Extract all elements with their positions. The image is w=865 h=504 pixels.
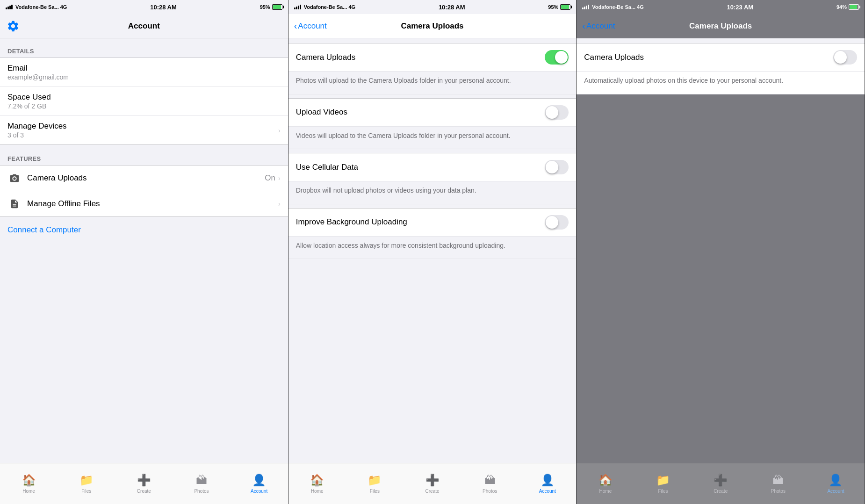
camera-uploads-off-toggle-knob [834, 51, 847, 64]
tab-create-2[interactable]: ➕ Create [404, 463, 461, 504]
network-1: 4G [60, 4, 67, 10]
status-left-3: Vodafone-Be Sa... 4G [582, 4, 643, 10]
email-title: Email [7, 64, 281, 73]
signal-bar-3-4 [588, 5, 589, 9]
upload-videos-label: Upload Videos [296, 108, 545, 117]
tab-bar-1: 🏠 Home 📁 Files ➕ Create 🏔 Photos 👤 Accou… [0, 463, 288, 504]
camera-uploads-on-content: Camera Uploads Photos will upload to the… [288, 43, 577, 463]
files-icon-1: 📁 [79, 474, 94, 487]
nav-title-3: Camera Uploads [689, 22, 752, 31]
tab-account-2[interactable]: 👤 Account [519, 463, 576, 504]
back-to-account-2[interactable]: ‹ Account [294, 21, 327, 31]
background-uploading-toggle[interactable] [545, 215, 569, 230]
email-content: Email example@gmail.com [7, 64, 281, 81]
top-spacer-3 [577, 38, 865, 43]
tab-home-1[interactable]: 🏠 Home [0, 463, 58, 504]
offline-icon-container [7, 197, 22, 211]
photos-icon-1: 🏔 [196, 474, 207, 487]
camera-uploads-on-panel: Vodafone-Be Sa... 4G 10:28 AM 95% ‹ Acco… [288, 0, 577, 504]
back-label-3: Account [586, 22, 615, 31]
cellular-data-toggle[interactable] [545, 160, 569, 174]
offline-files-icon [9, 199, 20, 209]
nav-title-1: Account [128, 22, 160, 31]
home-icon-3: 🏠 [598, 474, 613, 487]
camera-uploads-value: On [265, 173, 275, 183]
battery-pct-2: 95% [548, 4, 558, 10]
gear-icon[interactable] [7, 20, 20, 33]
tab-files-2[interactable]: 📁 Files [346, 463, 404, 504]
tab-photos-label-1: Photos [194, 489, 209, 494]
space-used-item: Space Used 7.2% of 2 GB [0, 87, 288, 116]
account-content: Details Email example@gmail.com Space Us… [0, 38, 288, 463]
connect-computer-link[interactable]: Connect a Computer [0, 218, 288, 242]
create-icon-3: ➕ [714, 474, 728, 487]
camera-uploads-off-label: Camera Uploads [584, 53, 833, 62]
tab-files-1[interactable]: 📁 Files [58, 463, 115, 504]
battery-fill-3 [850, 5, 857, 9]
tab-photos-3[interactable]: 🏔 Photos [750, 463, 807, 504]
tab-account-1[interactable]: 👤 Account [231, 463, 288, 504]
signal-bar-4 [11, 5, 13, 9]
upload-videos-toggle-knob [546, 106, 558, 119]
battery-fill-1 [273, 5, 281, 9]
camera-icon [9, 173, 20, 183]
tab-create-3[interactable]: ➕ Create [692, 463, 750, 504]
home-icon-1: 🏠 [22, 474, 36, 487]
tab-photos-label-2: Photos [483, 489, 497, 494]
top-spacer-2 [288, 38, 577, 43]
background-uploading-toggle-knob [546, 216, 558, 229]
upload-videos-toggle[interactable] [545, 105, 569, 120]
camera-uploads-off-toggle-row: Camera Uploads [577, 43, 865, 72]
email-subtitle: example@gmail.com [7, 73, 281, 81]
tab-create-1[interactable]: ➕ Create [115, 463, 173, 504]
tab-files-3[interactable]: 📁 Files [634, 463, 692, 504]
carrier-1: Vodafone-Be Sa... [15, 4, 59, 10]
background-uploading-toggle-row: Improve Background Uploading [288, 208, 577, 237]
space-used-title: Space Used [7, 93, 281, 102]
manage-devices-content: Manage Devices 3 of 3 [7, 122, 278, 139]
background-uploading-desc: Allow location access always for more co… [288, 237, 577, 259]
camera-uploads-off-content: Camera Uploads Automatically upload phot… [577, 43, 865, 463]
battery-pct-1: 95% [260, 4, 270, 10]
signal-bar-2-2 [296, 7, 297, 9]
dark-area-3 [577, 94, 865, 235]
tab-create-label-3: Create [714, 489, 728, 494]
signal-bars-3 [582, 5, 589, 9]
carrier-2: Vodafone-Be Sa... [304, 4, 347, 10]
tab-home-3[interactable]: 🏠 Home [577, 463, 634, 504]
camera-uploads-off-panel: Vodafone-Be Sa... 4G 10:23 AM 94% ‹ Acco… [577, 0, 865, 504]
tab-photos-1[interactable]: 🏔 Photos [173, 463, 230, 504]
camera-uploads-content: Camera Uploads [27, 173, 265, 183]
space-used-content: Space Used 7.2% of 2 GB [7, 93, 281, 110]
back-chevron-2: ‹ [294, 21, 297, 31]
tab-photos-2[interactable]: 🏔 Photos [461, 463, 519, 504]
tab-home-2[interactable]: 🏠 Home [288, 463, 346, 504]
camera-uploads-toggle-row: Camera Uploads [288, 43, 577, 72]
manage-offline-item[interactable]: Manage Offline Files › [0, 191, 288, 216]
tab-account-3[interactable]: 👤 Account [807, 463, 865, 504]
manage-offline-title: Manage Offline Files [27, 199, 278, 209]
battery-icon-1 [272, 4, 282, 10]
tab-create-label-1: Create [137, 489, 151, 494]
email-item: Email example@gmail.com [0, 58, 288, 87]
account-panel: Vodafone-Be Sa... 4G 10:28 AM 95% Accoun… [0, 0, 288, 504]
files-icon-2: 📁 [368, 474, 382, 487]
camera-uploads-off-toggle[interactable] [833, 50, 857, 65]
camera-uploads-off-desc: Automatically upload photos on this devi… [577, 72, 865, 94]
camera-uploads-toggle[interactable] [545, 50, 569, 65]
signal-bar-3 [9, 6, 11, 9]
status-bar-2: Vodafone-Be Sa... 4G 10:28 AM 95% [288, 0, 577, 14]
upload-videos-toggle-row: Upload Videos [288, 98, 577, 127]
tab-photos-label-3: Photos [771, 489, 786, 494]
camera-uploads-item[interactable]: Camera Uploads On › [0, 166, 288, 191]
tab-create-label-2: Create [425, 489, 440, 494]
back-to-account-3[interactable]: ‹ Account [582, 21, 615, 31]
status-left-1: Vodafone-Be Sa... 4G [6, 4, 67, 10]
manage-devices-item[interactable]: Manage Devices 3 of 3 › [0, 116, 288, 144]
camera-uploads-toggle-knob [555, 51, 568, 64]
camera-icon-container [7, 171, 22, 185]
tab-account-label-1: Account [251, 489, 267, 494]
camera-uploads-desc: Photos will upload to the Camera Uploads… [288, 72, 577, 94]
home-icon-2: 🏠 [310, 474, 324, 487]
time-1: 10:28 AM [150, 4, 177, 11]
